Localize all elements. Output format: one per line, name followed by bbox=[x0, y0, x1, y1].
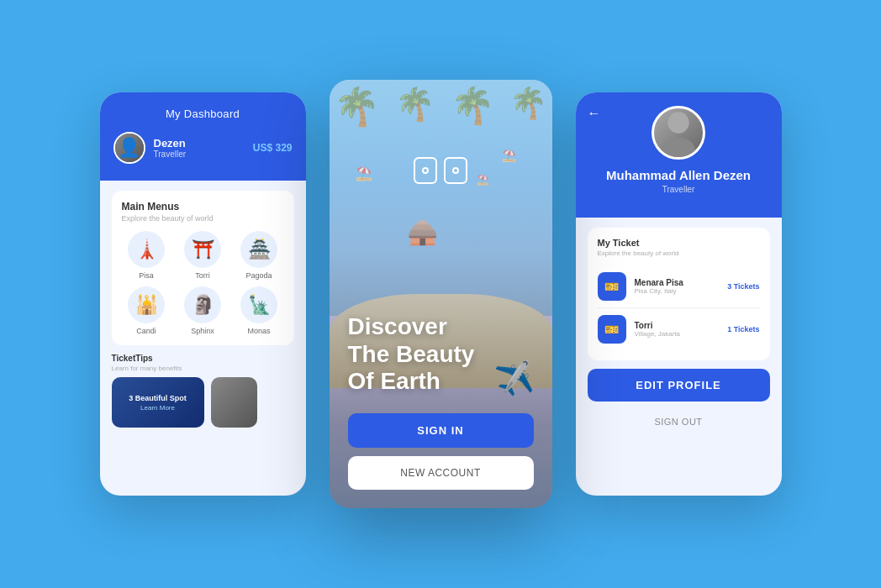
splash-logo bbox=[414, 157, 467, 184]
ticket-tips-title: TicketTips bbox=[112, 354, 294, 363]
ticket-location-1: Pisa City, Italy bbox=[635, 287, 720, 295]
sign-out-button[interactable]: SIGN OUT bbox=[588, 408, 770, 435]
svg-point-0 bbox=[667, 112, 688, 133]
profile-header: ← Muhammad Allen Dezen Traveller bbox=[576, 92, 782, 218]
logo-icon-inner bbox=[422, 167, 429, 174]
dashboard-user-row: 👤 Dezen Traveller US$ 329 bbox=[113, 132, 293, 164]
dashboard-title: My Dashboard bbox=[113, 108, 293, 120]
person-icon: 👤 bbox=[118, 137, 140, 159]
list-item[interactable]: 🗿 Sphinx bbox=[178, 286, 228, 335]
list-item[interactable]: 🗽 Monas bbox=[235, 286, 284, 335]
pagoda-label: Pagoda bbox=[245, 271, 272, 280]
title-line3: Of Earth bbox=[348, 368, 440, 394]
ticket-icon-2: 🎫 bbox=[598, 315, 626, 344]
back-button[interactable]: ← bbox=[588, 106, 601, 121]
avatar: 👤 bbox=[113, 132, 145, 164]
candi-icon: 🕌 bbox=[128, 286, 165, 323]
card-link[interactable]: Learn More bbox=[140, 404, 175, 412]
pisa-label: Pisa bbox=[139, 271, 154, 280]
main-menus-card: Main Menus Explore the beauty of world 🗼… bbox=[112, 191, 294, 345]
list-item[interactable]: 🗼 Pisa bbox=[122, 231, 171, 280]
dashboard-header: My Dashboard 👤 Dezen Traveller US$ 329 bbox=[100, 92, 306, 181]
avatar-image: 👤 bbox=[115, 134, 144, 162]
ticket-name-2: Torri bbox=[635, 321, 720, 330]
list-item[interactable]: ⛩️ Torri bbox=[178, 231, 228, 280]
title-line1: Discover bbox=[348, 313, 447, 339]
main-menus-sub: Explore the beauty of world bbox=[122, 214, 284, 223]
screen-splash: 🌴 🌴 🌴 🌴 ⛱️ ⛱️ ⛱️ 🛖 ✈️ bbox=[330, 80, 552, 508]
logo-icon-inner-2 bbox=[452, 167, 459, 174]
user-role: Traveller bbox=[154, 150, 253, 159]
sphinx-icon: 🗿 bbox=[184, 286, 221, 323]
dashboard-body: Main Menus Explore the beauty of world 🗼… bbox=[100, 181, 306, 496]
profile-body: My Ticket Explore the beauty of world 🎫 … bbox=[576, 218, 782, 496]
ticket-tips-section: TicketTips Learn for many benefits 3 Bea… bbox=[112, 354, 294, 428]
tip-cards-row: 3 Beautiful Spot Learn More bbox=[112, 377, 294, 428]
pisa-icon: 🗼 bbox=[128, 231, 165, 268]
monas-label: Monas bbox=[247, 327, 270, 335]
avatar bbox=[652, 106, 705, 160]
main-menus-title: Main Menus bbox=[122, 201, 284, 213]
torri-label: Torri bbox=[195, 271, 210, 280]
avatar-image bbox=[654, 106, 703, 157]
table-row[interactable]: 🎫 Menara Pisa Pisa City, Italy 3 Tickets bbox=[598, 265, 760, 308]
splash-content: Discover The Beauty Of Earth SIGN IN NEW… bbox=[330, 313, 552, 508]
icons-grid: 🗼 Pisa ⛩️ Torri 🏯 Pagoda 🕌 Candi bbox=[122, 231, 284, 335]
pagoda-icon: 🏯 bbox=[240, 231, 277, 268]
user-info: Dezen Traveller bbox=[154, 137, 253, 159]
my-ticket-card: My Ticket Explore the beauty of world 🎫 … bbox=[588, 228, 770, 360]
sphinx-label: Sphinx bbox=[191, 327, 214, 335]
ticket-name-1: Menara Pisa bbox=[635, 278, 720, 287]
ticket-title: My Ticket bbox=[598, 238, 760, 248]
title-line2: The Beauty bbox=[348, 341, 475, 367]
new-account-button[interactable]: NEW ACCOUNT bbox=[348, 456, 534, 490]
logo-icon-left bbox=[414, 157, 437, 184]
torri-icon: ⛩️ bbox=[184, 231, 221, 268]
ticket-sub: Explore the beauty of world bbox=[598, 249, 760, 257]
profile-role: Traveller bbox=[662, 185, 695, 194]
balance: US$ 329 bbox=[253, 142, 293, 154]
svg-point-1 bbox=[662, 138, 695, 157]
signin-button[interactable]: SIGN IN bbox=[348, 413, 534, 448]
tip-card-2[interactable] bbox=[211, 377, 257, 428]
edit-profile-button[interactable]: EDIT PROFILE bbox=[588, 369, 770, 402]
ticket-location-2: Village, Jakarta bbox=[635, 330, 720, 338]
user-name: Dezen bbox=[154, 137, 253, 150]
list-item[interactable]: 🏯 Pagoda bbox=[235, 231, 284, 280]
screens-container: My Dashboard 👤 Dezen Traveller US$ 329 M… bbox=[100, 80, 782, 508]
ticket-icon-1: 🎫 bbox=[598, 272, 626, 301]
screen-dashboard: My Dashboard 👤 Dezen Traveller US$ 329 M… bbox=[100, 92, 306, 496]
list-item[interactable]: 🕌 Candi bbox=[122, 286, 171, 335]
profile-name: Muhammad Allen Dezen bbox=[606, 168, 751, 182]
tip-card-1[interactable]: 3 Beautiful Spot Learn More bbox=[112, 377, 204, 428]
ticket-count-1: 3 Tickets bbox=[727, 282, 759, 291]
card-text: 3 Beautiful Spot bbox=[129, 394, 187, 402]
screen-profile: ← Muhammad Allen Dezen Traveller My Tick… bbox=[576, 92, 782, 496]
ticket-info-2: Torri Village, Jakarta bbox=[635, 321, 720, 338]
splash-title: Discover The Beauty Of Earth bbox=[348, 313, 534, 395]
card-overlay: 3 Beautiful Spot Learn More bbox=[112, 377, 204, 428]
ticket-info-1: Menara Pisa Pisa City, Italy bbox=[635, 278, 720, 295]
candi-label: Candi bbox=[136, 327, 156, 335]
table-row[interactable]: 🎫 Torri Village, Jakarta 1 Tickets bbox=[598, 308, 760, 350]
monas-icon: 🗽 bbox=[240, 286, 277, 323]
ticket-tips-sub: Learn for many benefits bbox=[112, 365, 294, 372]
logo-icon-right bbox=[444, 157, 467, 184]
ticket-count-2: 1 Tickets bbox=[727, 325, 759, 333]
